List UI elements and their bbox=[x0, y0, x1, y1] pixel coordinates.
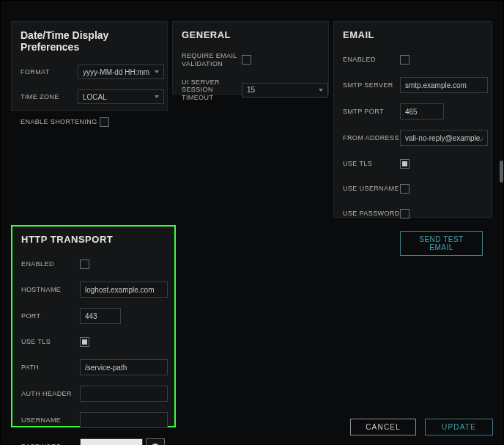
panel-email: EMAIL ENABLED SMTP SERVER SMTP PORT FROM… bbox=[333, 21, 492, 218]
use-password-checkbox[interactable] bbox=[400, 209, 410, 218]
panel-date: Date/Time Display Preferences FORMAT yyy… bbox=[11, 21, 168, 111]
scrollbar-thumb[interactable] bbox=[500, 161, 503, 183]
panel-date-title: Date/Time Display Preferences bbox=[21, 29, 158, 53]
smtp-server-input[interactable] bbox=[400, 77, 488, 93]
http-port-label: PORT bbox=[21, 312, 80, 320]
http-username-label: USERNAME bbox=[21, 416, 80, 424]
smtp-server-label: SMTP SERVER bbox=[343, 81, 400, 89]
ui-timeout-select[interactable]: 15 bbox=[242, 83, 328, 98]
format-value: yyyy-MM-dd HH:mm bbox=[83, 68, 149, 76]
toggle-password-visibility-button[interactable] bbox=[146, 438, 165, 445]
ui-timeout-label: UI SERVER SESSION TIMEOUT bbox=[182, 78, 242, 102]
ui-timeout-value: 15 bbox=[247, 86, 255, 94]
email-tls-checkbox[interactable] bbox=[400, 159, 410, 169]
timezone-value: LOCAL bbox=[83, 93, 107, 101]
shorten-label: ENABLE SHORTENING bbox=[21, 118, 100, 126]
http-enabled-checkbox[interactable] bbox=[80, 260, 89, 269]
panel-email-title: EMAIL bbox=[343, 29, 483, 40]
panel-http-title: HTTP TRANSPORT bbox=[21, 234, 166, 245]
timezone-select[interactable]: LOCAL bbox=[78, 89, 164, 104]
http-username-input[interactable] bbox=[80, 412, 168, 428]
use-username-checkbox[interactable] bbox=[400, 184, 410, 194]
panel-http: HTTP TRANSPORT ENABLED HOSTNAME PORT USE… bbox=[11, 225, 176, 427]
http-password-input[interactable] bbox=[80, 438, 143, 445]
hostname-label: HOSTNAME bbox=[21, 286, 80, 294]
smtp-port-input[interactable] bbox=[400, 103, 444, 119]
panel-general-title: GENERAL bbox=[182, 29, 319, 40]
http-tls-label: USE TLS bbox=[21, 338, 80, 346]
auth-header-input[interactable] bbox=[80, 386, 168, 402]
path-input[interactable] bbox=[80, 359, 168, 375]
panel-general: GENERAL REQUIRE EMAIL VALIDATION UI SERV… bbox=[172, 21, 329, 95]
hostname-input[interactable] bbox=[80, 282, 168, 298]
http-password-label: PASSWORD bbox=[21, 443, 80, 445]
http-enabled-label: ENABLED bbox=[21, 260, 80, 268]
from-address-input[interactable] bbox=[400, 130, 488, 146]
smtp-port-label: SMTP PORT bbox=[343, 108, 400, 116]
update-button[interactable]: UPDATE bbox=[425, 419, 493, 435]
http-tls-checkbox[interactable] bbox=[80, 337, 89, 347]
footer-actions: CANCEL UPDATE bbox=[350, 419, 493, 435]
from-address-label: FROM ADDRESS bbox=[343, 134, 400, 142]
format-label: FORMAT bbox=[21, 68, 78, 76]
timezone-label: TIME ZONE bbox=[21, 93, 78, 101]
http-port-input[interactable] bbox=[80, 308, 121, 324]
shorten-checkbox[interactable] bbox=[100, 117, 109, 127]
eye-icon bbox=[150, 441, 160, 445]
email-enabled-label: ENABLED bbox=[343, 56, 400, 64]
cancel-button[interactable]: CANCEL bbox=[350, 419, 416, 435]
email-enabled-checkbox[interactable] bbox=[400, 55, 410, 65]
email-tls-label: USE TLS bbox=[343, 160, 400, 168]
format-select[interactable]: yyyy-MM-dd HH:mm bbox=[78, 65, 164, 79]
use-username-label: USE USERNAME bbox=[343, 185, 400, 193]
require-email-checkbox[interactable] bbox=[242, 55, 251, 65]
send-test-email-button[interactable]: SEND TEST EMAIL bbox=[400, 231, 483, 256]
use-password-label: USE PASSWORD bbox=[343, 210, 400, 218]
require-email-label: REQUIRE EMAIL VALIDATION bbox=[182, 52, 242, 68]
path-label: PATH bbox=[21, 364, 80, 372]
auth-header-label: AUTH HEADER bbox=[21, 390, 80, 398]
